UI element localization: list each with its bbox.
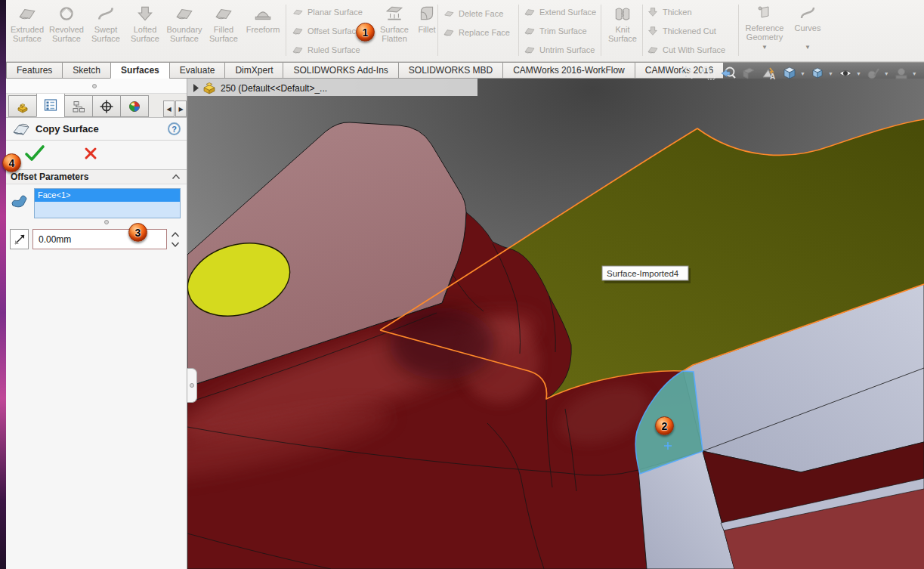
copy-surface-icon [12, 121, 30, 138]
panel-collapse-handle[interactable] [187, 368, 197, 403]
apply-scene-caret-icon[interactable]: ▼ [912, 71, 917, 76]
zoom-to-area-icon[interactable] [699, 64, 717, 82]
dropdown-caret-icon[interactable]: ▼ [762, 44, 768, 51]
display-style-icon[interactable] [808, 64, 827, 82]
curves-button[interactable]: Curves▼ [790, 0, 825, 60]
ok-button[interactable] [24, 144, 45, 162]
tab-evaluate[interactable]: Evaluate [169, 62, 226, 79]
delete-face-button[interactable]: Delete Face [443, 4, 510, 23]
thicken-button[interactable]: Thicken [647, 2, 725, 21]
tab-camworks-workflow[interactable]: CAMWorks 2016-WorkFlow [502, 62, 635, 79]
graphics-viewport[interactable]: 250 (Default<<Default>_... Surface-Impor… [187, 79, 924, 569]
button-label: Boundary Surface [165, 25, 204, 43]
displaymanager-tab[interactable] [120, 95, 149, 117]
reference-geometry-button[interactable]: Reference Geometry▼ [740, 0, 789, 60]
knit-surface-button[interactable]: Knit Surface [603, 0, 642, 60]
callout-badge-2: 2 [655, 416, 674, 435]
panel-splitter[interactable] [6, 79, 187, 94]
propertymanager-title: Copy Surface [36, 123, 99, 135]
propertymanager-panel: ◀ ▶ Copy Surface ? Offset Parameters Fac… [6, 79, 187, 569]
cut-with-surface-icon [647, 44, 659, 56]
thickened-cut-button[interactable]: Thickened Cut [647, 21, 725, 40]
svg-text:A: A [770, 73, 775, 81]
freeform-button[interactable]: Freeform [243, 0, 283, 60]
button-label: Ruled Surface [307, 45, 360, 54]
panel-tab-scroll-right[interactable]: ▶ [175, 101, 187, 117]
button-label: Delete Face [459, 9, 503, 18]
view-orientation-caret-icon[interactable]: ▼ [800, 71, 805, 76]
button-label: Extruded Surface [8, 25, 47, 43]
section-view-icon[interactable] [740, 64, 758, 82]
listbox-resize-dot[interactable] [104, 220, 109, 224]
selection-listbox[interactable]: Face<1> [34, 188, 181, 218]
boundary-surface-icon [175, 4, 194, 23]
tree-item-label[interactable]: 250 (Default<<Default>_... [221, 83, 327, 94]
button-label: Swept Surface [86, 25, 125, 43]
swept-surface-button[interactable]: Swept Surface [86, 0, 125, 60]
untrim-surface-button[interactable]: Untrim Surface [524, 40, 596, 59]
hide-show-items-icon[interactable] [836, 64, 854, 82]
tab-surfaces[interactable]: Surfaces [110, 62, 170, 79]
planar-surface-button[interactable]: Planar Surface [292, 2, 363, 21]
cut-with-surface-button[interactable]: Cut With Surface [647, 40, 725, 59]
help-icon[interactable]: ? [168, 122, 181, 135]
button-label: Offset Surface [307, 26, 360, 36]
configurationmanager-tab[interactable] [64, 95, 93, 117]
propertymanager-tab[interactable] [36, 93, 65, 117]
configurationmanager-icon [71, 99, 86, 114]
ruled-surface-icon [292, 44, 304, 56]
section-label: Offset Parameters [11, 172, 88, 182]
button-label: Lofted Surface [125, 25, 165, 43]
tab-solidworks-addins[interactable]: SOLIDWORKS Add-Ins [283, 62, 398, 79]
extend-surface-button[interactable]: Extend Surface [524, 2, 596, 21]
offset-surface-button[interactable]: Offset Surface [292, 21, 363, 40]
apply-scene-icon[interactable] [892, 64, 910, 82]
offset-surface-icon [292, 25, 304, 37]
view-orientation-icon[interactable] [780, 64, 799, 82]
surface-flatten-button[interactable]: Surface Flatten [375, 0, 414, 60]
collapse-caret-icon[interactable] [172, 174, 181, 180]
hide-show-items-caret-icon[interactable]: ▼ [856, 71, 861, 76]
ribbon-separator [738, 5, 739, 56]
edit-appearance-icon[interactable] [864, 64, 882, 82]
dropdown-caret-icon[interactable]: ▼ [805, 44, 811, 51]
desktop-wallpaper-strip [0, 0, 6, 569]
stepper-down-icon[interactable] [171, 241, 180, 248]
cancel-button[interactable] [84, 147, 97, 160]
propertymanager-title-row: Copy Surface ? [6, 118, 187, 141]
dimxpertmanager-tab[interactable] [92, 95, 121, 117]
edit-appearance-caret-icon[interactable]: ▼ [884, 71, 889, 76]
extruded-surface-button[interactable]: Extruded Surface [8, 0, 47, 60]
replace-face-button[interactable]: Replace Face [443, 23, 510, 42]
previous-view-icon[interactable] [719, 64, 737, 82]
button-label: Knit Surface [603, 25, 642, 43]
selected-face-item[interactable]: Face<1> [35, 189, 180, 202]
filled-surface-button[interactable]: Filled Surface [204, 0, 243, 60]
featuremanager-tree-tab[interactable] [8, 95, 37, 117]
curves-icon [799, 4, 817, 22]
offset-parameters-section-header[interactable]: Offset Parameters [6, 169, 187, 184]
boundary-surface-button[interactable]: Boundary Surface [165, 0, 204, 60]
trim-surface-button[interactable]: Trim Surface [524, 21, 596, 40]
tab-sketch[interactable]: Sketch [62, 62, 111, 79]
swept-surface-icon [96, 4, 116, 23]
surface-tooltip: Surface-Imported4 [602, 266, 691, 283]
button-label: Thickened Cut [663, 26, 716, 36]
ruled-surface-button[interactable]: Ruled Surface [292, 40, 363, 59]
panel-tab-scroll-left[interactable]: ◀ [163, 101, 175, 117]
zoom-to-fit-icon[interactable] [678, 64, 697, 82]
fillet-icon [417, 4, 437, 23]
tab-features[interactable]: Features [6, 62, 63, 79]
annotation-views-icon[interactable]: A [760, 64, 778, 82]
splitter-dot [92, 84, 97, 88]
button-label: Cut With Surface [663, 45, 725, 54]
tab-solidworks-mbd[interactable]: SOLIDWORKS MBD [398, 62, 503, 79]
lofted-surface-button[interactable]: Lofted Surface [125, 0, 165, 60]
face-selection-icon [10, 190, 29, 210]
tab-dimxpert[interactable]: DimXpert [224, 62, 283, 79]
display-style-caret-icon[interactable]: ▼ [828, 71, 833, 76]
ribbon-commandmanager: Extruded Surface Revolved Surface Swept … [6, 0, 924, 62]
featuremanager-part-icon [15, 99, 30, 114]
revolved-surface-button[interactable]: Revolved Surface [47, 0, 86, 60]
stepper-up-icon[interactable] [171, 231, 180, 238]
